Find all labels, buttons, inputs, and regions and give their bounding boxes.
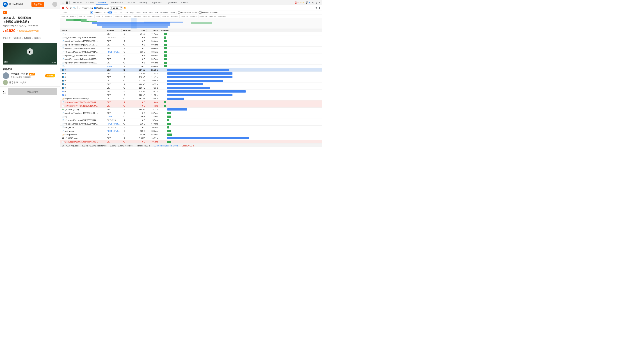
tab-lighthouse[interactable]: Lighthouse — [164, 0, 179, 5]
tab-console[interactable]: Console — [84, 0, 96, 5]
td-name: 📄 log — [60, 115, 105, 118]
blocked-requests-checkbox[interactable] — [199, 11, 202, 14]
tab-application[interactable]: Application — [150, 0, 164, 5]
device-icon[interactable]: 📱 — [66, 1, 68, 4]
table-row[interactable]: 🖼 0 GET h2 228 kB 11.58 s — [60, 93, 322, 97]
filter-ws[interactable]: WS — [154, 11, 159, 14]
record-button[interactable] — [62, 7, 64, 9]
filter-other[interactable]: Other — [169, 11, 176, 14]
waterfall-overview[interactable] — [60, 18, 322, 29]
more-icon[interactable]: ⋮ — [315, 1, 318, 4]
table-row[interactable]: 📄 report?pr_ip=userip&table=dc03920&fiel… — [60, 61, 322, 64]
filter-css[interactable]: CSS — [123, 11, 129, 14]
tab-network[interactable]: Network — [96, 0, 108, 5]
disable-cache-checkbox[interactable] — [94, 7, 96, 9]
filter-media[interactable]: Media — [135, 11, 142, 14]
close-icon[interactable]: ✕ — [318, 1, 320, 4]
table-row[interactable]: 📘 0 GET h2 173 kB 9.88 s — [60, 79, 322, 82]
table-row[interactable]: 📄 report?pr_ip=userip&table=dc03920&fiel… — [60, 46, 322, 50]
table-row[interactable]: 📄 v2_upload?appkey=0WEB03SWNA46EMEL POST… — [60, 122, 322, 126]
table-row[interactable]: 📄 ... GET h2 5.1 kB 747 ms — [60, 32, 322, 36]
th-time[interactable]: Time — [147, 29, 159, 32]
tab-sources[interactable]: Sources — [125, 0, 137, 5]
th-method[interactable]: Method — [105, 29, 122, 32]
filter-manifest[interactable]: Manifest — [160, 11, 169, 14]
export-button[interactable]: ⬇ — [318, 6, 320, 9]
preserve-log-checkbox[interactable] — [79, 7, 81, 9]
preflight-link[interactable]: Preflight — [114, 130, 121, 132]
table-row[interactable]: 📄 v2_upload?appkey=0WEB03SWNA46EMEL POST… — [60, 50, 322, 54]
hide-data-urls-checkbox[interactable] — [91, 11, 93, 13]
table-row[interactable]: 📄 report?pr_ip=userip&table=dc03920&fiel… — [60, 54, 322, 57]
preflight-link[interactable]: Preflight — [114, 51, 121, 53]
filter-doc[interactable]: Doc — [149, 11, 154, 14]
table-row[interactable]: 📄 report?pr_ip=userip&table=dc03920&fiel… — [60, 57, 322, 61]
table-row[interactable]: 📄 web_report POST + Preflight h2 129 B 6… — [60, 129, 322, 133]
table-row[interactable]: 📄 report_vm?monitors=[35178547,35178493]… — [60, 39, 322, 43]
tab-elements[interactable]: Elements — [71, 0, 84, 5]
td-size: 0 B — [134, 47, 147, 50]
video-container[interactable]: ▶ 试听 43:21 — [3, 43, 57, 64]
table-row-error[interactable]: 📄 setCookie?p=%7B%22key%22%3A%22from_sou… — [60, 100, 322, 104]
table-row[interactable]: 📜 stats.js?v2.0.4 GET h2 3.4 kB 922 ms — [60, 133, 322, 136]
all-filter-badge[interactable]: All — [108, 11, 112, 13]
filter-input[interactable] — [62, 11, 90, 14]
consult-button[interactable]: 💬 咨询 — [3, 88, 6, 95]
gift-badge[interactable]: 邀请有礼 — [45, 74, 55, 77]
network-table[interactable]: Name Method Protocol Size Time Waterfall… — [60, 29, 322, 144]
has-blocked-checkbox[interactable] — [178, 11, 180, 14]
table-row[interactable]: 📄 web_report OPTIONS h2 0 B 104 ms — [60, 126, 322, 129]
table-row[interactable]: 🎬 v.f100040.mp4 GET h2 6.3 MB 13.81 s — [60, 136, 322, 140]
th-protocol[interactable]: Protocol — [122, 29, 134, 32]
disable-cache-label[interactable]: Disable cache — [94, 7, 109, 9]
filter-xhr[interactable]: XHR — [112, 11, 118, 14]
hide-data-urls-label[interactable]: Hide data URLs — [91, 11, 108, 14]
filter-img[interactable]: Img — [130, 11, 134, 14]
throttle-select[interactable]: Fast 3G — [110, 6, 122, 9]
filter-button[interactable]: ⚙ — [70, 6, 72, 9]
play-button[interactable]: ▶ — [27, 48, 33, 55]
clear-button[interactable]: 🚫 — [66, 6, 68, 9]
features-row[interactable]: 直播上课 无限回放 1v1辅导 精编讲义 › — [0, 35, 60, 41]
filter-font[interactable]: Font — [142, 11, 148, 14]
table-row-error[interactable]: 📄 setCookie?p=%7B%22key%22%3A%22from_sou… — [60, 104, 322, 108]
table-row[interactable]: 📄 report_vm?monitors=[35417261]&_=cgi_su… — [60, 43, 322, 46]
table-row[interactable]: 🖼 0 GET h2 439 kB 13.91 s — [60, 90, 322, 93]
table-row[interactable]: 📜 tcaptcha-frame.48d8c996.js GET h2 29.2… — [60, 97, 322, 100]
enroll-button[interactable]: 已截止报名 — [8, 88, 57, 95]
th-waterfall[interactable]: Waterfall — [159, 29, 322, 32]
file-icon: 🎬 — [62, 137, 64, 139]
th-name[interactable]: Name — [60, 29, 105, 32]
tab-memory[interactable]: Memory — [137, 0, 150, 5]
preflight-link[interactable]: Preflight — [114, 123, 121, 125]
tab-performance[interactable]: Performance — [108, 0, 125, 5]
has-blocked-label[interactable]: Has blocked cookies — [178, 11, 198, 14]
table-row[interactable]: 📘 0 GET h2 120 kB 7.83 s — [60, 86, 322, 90]
import-button[interactable]: ⬆ — [315, 6, 317, 9]
preserve-log-label[interactable]: Preserve log — [79, 7, 93, 9]
app-button[interactable]: App查看 — [32, 2, 44, 7]
table-row[interactable]: 📄 log POST h2 90 B 735 ms — [60, 115, 322, 118]
table-row-wcgi[interactable]: 📄 w.cgi?appid=1000218&typeid=1000280&rel… — [60, 140, 322, 144]
table-row[interactable]: 📄 v2_upload?appkey=0WEB03SWNA46EMEL OPTI… — [60, 118, 322, 122]
teacher1-row[interactable]: 授课老师：刘云鹏 ★4.9 教学经验丰富 曲风风趣 邀请有礼 › — [3, 72, 57, 79]
blocked-requests-label[interactable]: Blocked Requests — [199, 11, 218, 14]
td-time: 57 ms — [147, 119, 159, 122]
inspect-icon[interactable]: ⬚ — [62, 1, 65, 4]
table-row[interactable]: 📘 0 GET h2 90.6 kB 6.55 s — [60, 82, 322, 86]
td-method: POST — [105, 115, 122, 118]
table-row[interactable]: 📄 report_vm?monitors=[35417261,35417261]… — [60, 111, 322, 115]
teacher1-arrow: › — [57, 74, 57, 77]
table-row-selected[interactable]: 📘 0 GET h2 214 kB 11.26 s — [60, 68, 322, 72]
settings-icon[interactable]: ⚙ — [312, 1, 314, 4]
th-size[interactable]: Size — [134, 29, 147, 32]
filter-js[interactable]: JS — [119, 11, 122, 14]
table-row[interactable]: 📘 0 GET h2 218 kB 11.41 s — [60, 75, 322, 79]
table-row[interactable]: 📘 0 GET h2 220 kB 11.43 s — [60, 72, 322, 75]
tab-layers[interactable]: Layers — [179, 0, 190, 5]
table-row[interactable]: 📄 log POST h2 90 B 636 ms — [60, 64, 322, 68]
table-row[interactable]: 📄 v2_upload?appkey=0WEB03SWNA46EMEL OPTI… — [60, 36, 322, 39]
svg-rect-4 — [76, 19, 86, 21]
table-row[interactable]: 🖼 zjs-invite-gift.png GET h2 36.8 kB 3.1… — [60, 108, 322, 111]
search-button[interactable]: 🔍 — [73, 6, 76, 9]
